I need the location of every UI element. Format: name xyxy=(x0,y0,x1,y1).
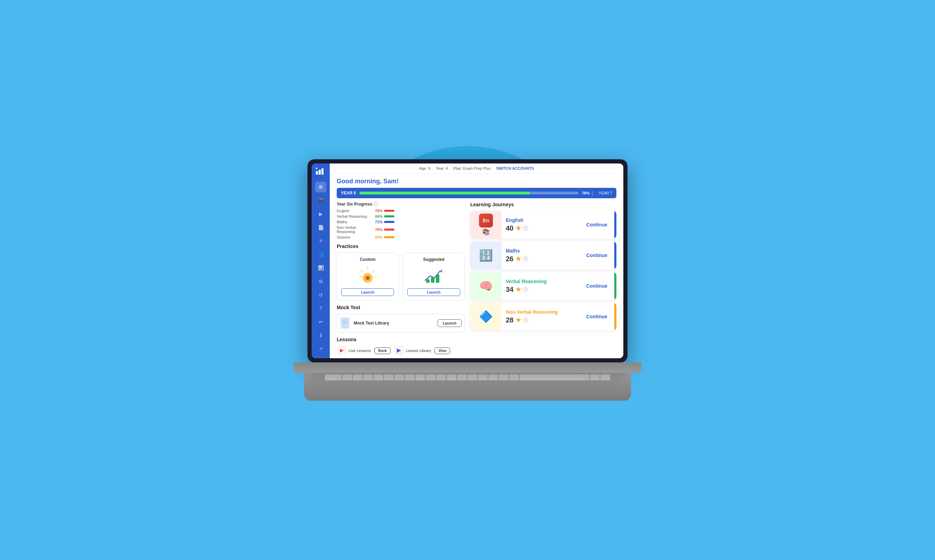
live-lessons-item: Live Lessons xyxy=(337,346,371,355)
sidebar-icon-users[interactable]: 👥 xyxy=(315,249,326,260)
progress-pct: 78% xyxy=(582,191,590,195)
main-content: Age: 9 Year: 4 Plan: Exam Prep Plus SWIT… xyxy=(330,163,623,358)
verbal-info: Verbal Reasoning 34 ★ ? xyxy=(501,275,579,297)
maths-score: 26 ★ ? xyxy=(506,255,575,263)
view-button[interactable]: View xyxy=(434,348,450,354)
book-button[interactable]: Book xyxy=(374,348,391,354)
two-col-layout: Year Six Progress i English 78% Verbal R… xyxy=(337,202,617,358)
practices-row: Custom xyxy=(337,252,465,300)
suggested-icon xyxy=(423,265,444,286)
nonverbal-thumb: 🔷 xyxy=(470,303,501,331)
custom-label: Custom xyxy=(360,257,376,262)
current-year-label: YEAR 6 xyxy=(341,191,356,195)
nonverbal-subject: Non-Verbal Reasoning xyxy=(506,309,575,315)
practices-title: Practices xyxy=(337,243,465,249)
key-i xyxy=(415,374,425,381)
key-t xyxy=(384,374,394,381)
sidebar-icon-list[interactable]: ≡ xyxy=(315,235,326,246)
verbal-accent xyxy=(614,272,617,300)
lesson-library-label: Lesson Library xyxy=(406,349,431,353)
progress-bar-track xyxy=(359,192,578,194)
greeting: Good morning, Sam! xyxy=(330,174,623,188)
live-lessons-icon xyxy=(337,346,346,355)
sidebar-icon-refresh[interactable]: ↺ xyxy=(315,289,326,300)
maths-accent xyxy=(614,242,617,269)
svg-rect-20 xyxy=(339,348,340,353)
key-o xyxy=(426,374,435,381)
maths-continue-button[interactable]: Continue xyxy=(579,252,614,258)
key-y xyxy=(394,374,404,381)
maths-thumb: 🔢 xyxy=(470,242,501,269)
english-icon: En xyxy=(479,214,493,228)
sidebar-icon-chart[interactable]: 📊 xyxy=(315,263,326,273)
custom-practice-card: Custom xyxy=(337,252,398,300)
verbal-subject: Verbal Reasoning xyxy=(506,278,575,284)
sidebar: ⊞ 🎬 ▶ 📄 ≡ 👥 📊 ⚙ ↺ ? ⇌ ℹ ↗ xyxy=(312,163,330,358)
journey-card-nonverbal: 🔷 Non-Verbal Reasoning 28 ★ ? xyxy=(470,303,617,331)
sidebar-icon-home[interactable]: ⊞ xyxy=(315,182,326,192)
key-tab xyxy=(325,374,341,381)
switch-accounts-button[interactable]: SWITCH ACCOUNTS xyxy=(496,166,534,171)
key-j xyxy=(509,374,519,381)
svg-marker-11 xyxy=(440,270,443,273)
verbal-star: ★ xyxy=(515,286,521,293)
svg-line-5 xyxy=(372,270,375,272)
verbal-info-icon[interactable]: ? xyxy=(523,287,528,292)
maths-subject: Maths xyxy=(506,248,575,254)
key-f xyxy=(478,374,487,381)
key-d xyxy=(468,374,477,381)
key-g xyxy=(488,374,498,381)
svg-rect-3 xyxy=(316,168,317,169)
journey-card-maths: 🔢 Maths 26 ★ ? C xyxy=(470,242,617,269)
sidebar-icon-play[interactable]: ▶ xyxy=(315,209,326,220)
sidebar-icon-settings[interactable]: ⚙ xyxy=(315,276,326,287)
verbal-continue-button[interactable]: Continue xyxy=(579,283,614,289)
maths-info: Maths 26 ★ ? xyxy=(501,245,579,266)
plan-info: Plan: Exam Prep Plus xyxy=(453,166,491,171)
lessons-title: Lessons xyxy=(337,337,465,342)
progress-nonverbal: Non-Verbal Reasoning 78% xyxy=(337,225,465,234)
sidebar-icon-video[interactable]: 🎬 xyxy=(315,195,326,206)
key-h xyxy=(499,374,509,381)
suggested-launch-button[interactable]: Launch xyxy=(408,288,460,296)
nonverbal-accent xyxy=(614,303,617,331)
progress-verbal: Verbal Reasoning 84% xyxy=(337,214,465,218)
verbal-thumb: 🧠 xyxy=(470,272,501,300)
progress-info-icon[interactable]: i xyxy=(374,202,378,207)
nonverbal-score: 28 ★ ? xyxy=(506,316,575,324)
progress-bar-fill xyxy=(359,192,530,194)
lessons-row: Live Lessons Book Lesson Libr xyxy=(337,346,465,355)
sidebar-icon-doc[interactable]: 📄 xyxy=(315,222,326,233)
next-year-label: YEAR 7 xyxy=(599,191,612,195)
nonverbal-info: Non-Verbal Reasoning 28 ★ ? xyxy=(501,306,579,328)
svg-marker-19 xyxy=(340,349,344,353)
top-bar: Age: 9 Year: 4 Plan: Exam Prep Plus SWIT… xyxy=(330,163,623,174)
english-thumb: En 📚 xyxy=(470,211,501,238)
sidebar-icon-export[interactable]: ↗ xyxy=(315,343,326,354)
keyboard-base xyxy=(304,373,631,401)
key-q xyxy=(342,374,352,381)
maths-info-icon[interactable]: ? xyxy=(523,256,528,261)
nonverbal-info-icon[interactable]: ? xyxy=(523,318,528,322)
key-l xyxy=(600,374,610,381)
mock-test-icon xyxy=(340,317,350,329)
learning-journeys-title: Learning Journeys xyxy=(470,202,617,207)
verbal-score: 34 ★ ? xyxy=(506,286,575,294)
english-continue-button[interactable]: Continue xyxy=(579,222,614,228)
sidebar-icon-help[interactable]: ? xyxy=(315,303,326,314)
mock-launch-button[interactable]: Launch xyxy=(438,319,461,327)
lesson-library-icon xyxy=(394,346,404,355)
custom-launch-button[interactable]: Launch xyxy=(341,288,394,296)
english-info-icon[interactable]: ? xyxy=(523,226,528,231)
logo xyxy=(316,168,326,176)
maths-star: ★ xyxy=(515,255,521,263)
svg-marker-21 xyxy=(397,349,401,353)
year-six-progress: Year Six Progress i English 78% Verbal R… xyxy=(337,202,465,239)
progress-english: English 78% xyxy=(337,209,465,213)
year-progress-bar: YEAR 6 78% | YEAR 7 xyxy=(337,188,617,198)
key-s xyxy=(457,374,467,381)
sidebar-icon-transfer[interactable]: ⇌ xyxy=(315,317,326,327)
sidebar-icon-info[interactable]: ℹ xyxy=(315,330,326,340)
laptop-keyboard-bar xyxy=(294,362,641,373)
nonverbal-continue-button[interactable]: Continue xyxy=(579,314,614,319)
